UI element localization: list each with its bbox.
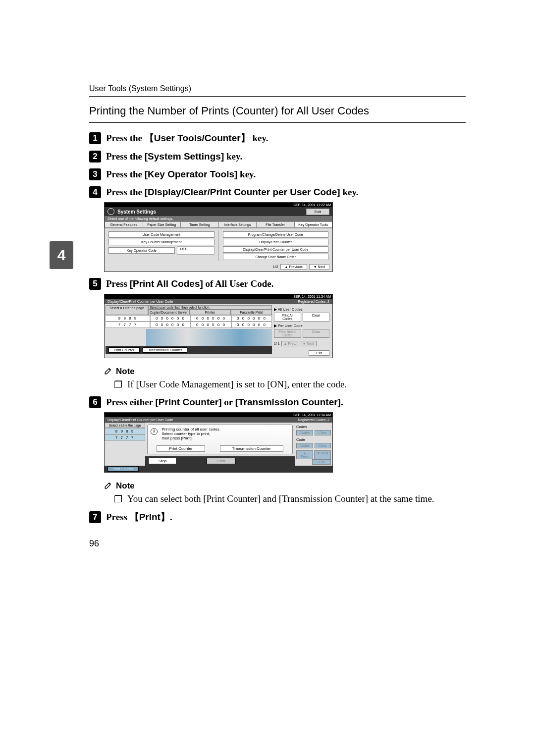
registered-codes-label: Registered Codes: bbox=[298, 300, 326, 303]
tab-key-operator-tools[interactable]: Key Operator Tools bbox=[294, 221, 333, 228]
transmission-counter-button[interactable]: Transmission Counter bbox=[220, 445, 283, 452]
page-indicator: 1/ 1 bbox=[274, 342, 280, 345]
key-label: [Transmission Counter] bbox=[235, 397, 341, 407]
key-label: [Print Counter] bbox=[203, 493, 261, 504]
divider bbox=[89, 122, 466, 123]
ss-title: System Settings bbox=[117, 209, 156, 215]
print-counter-button[interactable]: Print Counter bbox=[108, 347, 140, 353]
ss-title: Display/Clear/Print Counter per User Cod… bbox=[107, 418, 173, 422]
step-text: Press either bbox=[106, 397, 156, 407]
stop-button[interactable]: Stop bbox=[148, 458, 177, 464]
user-code-management-button[interactable]: User Code Management bbox=[108, 231, 214, 238]
note-text: , enter the code. bbox=[287, 379, 347, 389]
screenshot-print-dialog: SEP. 14, 2001 11:34 AM Display/Clear/Pri… bbox=[104, 412, 333, 473]
codes-button[interactable]: Codes bbox=[296, 430, 313, 435]
key-label: User Tools/Counter bbox=[154, 133, 241, 143]
note-body: ❐ If [User Code Management] is set to [O… bbox=[114, 379, 466, 390]
th-select-function: Select user code first, then select func… bbox=[148, 305, 272, 310]
counter-cell: 0 0 0 0 0 0 bbox=[191, 322, 231, 328]
counter-cell: 0 0 0 0 0 0 bbox=[150, 322, 191, 328]
table-row[interactable]: 8 9 8 9 0 0 0 0 0 0 0 0 0 0 0 0 0 0 0 0 … bbox=[106, 315, 272, 322]
print-all-codes-button[interactable]: Print All Codes bbox=[274, 313, 301, 322]
step-4: 4 Press the [Display/Clear/Print Counter… bbox=[89, 186, 466, 198]
display-print-counter-button[interactable]: Display/Print Counter bbox=[223, 239, 329, 245]
step-text-suffix: of All User Code. bbox=[203, 278, 274, 289]
code-label: Code bbox=[296, 437, 331, 442]
user-code-cell: 8 9 8 9 bbox=[106, 315, 150, 322]
key-label: [ON] bbox=[267, 379, 287, 389]
key-label: [Display/Clear/Print Counter per User Co… bbox=[145, 187, 340, 197]
key-label: Print bbox=[139, 512, 160, 522]
divider bbox=[89, 96, 466, 97]
table-row[interactable]: 7 7 7 7 0 0 0 0 0 0 0 0 0 0 0 0 0 0 0 0 … bbox=[106, 322, 272, 328]
change-user-name-order-button[interactable]: Change User Name Order bbox=[223, 254, 329, 260]
codes-label: Codes bbox=[296, 425, 331, 429]
print-select-codes-button[interactable]: Print Select Codes bbox=[274, 329, 301, 338]
step-number-icon: 5 bbox=[89, 278, 101, 290]
next-button[interactable]: ▼ Next bbox=[300, 341, 316, 346]
key-counter-management-button[interactable]: Key Counter Management bbox=[108, 239, 214, 245]
th-select-line: Select a Line the page bbox=[105, 423, 145, 428]
exit-button[interactable]: Exit bbox=[306, 209, 329, 215]
key-operator-code-button[interactable]: Key Operator Code bbox=[108, 247, 175, 254]
step-number-icon: 4 bbox=[89, 186, 101, 198]
tab-paper-size[interactable]: Paper Size Setting bbox=[143, 221, 181, 228]
key-label: [System Settings] bbox=[145, 151, 224, 162]
step-text-suffix: key. bbox=[237, 169, 256, 179]
print-counter-button[interactable]: Print Counter bbox=[157, 445, 205, 452]
print-button[interactable]: Print bbox=[207, 458, 235, 464]
ss-datetime: SEP. 14, 2001 11:34 AM bbox=[293, 295, 331, 298]
counter-per-user-code-button[interactable]: Display/Clear/Print Counter per User Cod… bbox=[223, 246, 329, 253]
user-code-cell: 7 7 7 7 bbox=[106, 322, 150, 328]
step-6: 6 Press either [Print Counter] or [Trans… bbox=[89, 396, 466, 408]
section-title: Printing the Number of Prints (Counter) … bbox=[89, 105, 466, 117]
tab-file-transfer[interactable]: File Transfer bbox=[256, 221, 294, 228]
next-button[interactable]: ▼ Next bbox=[314, 450, 331, 459]
codes-button[interactable]: Codes bbox=[296, 443, 313, 448]
th-printer: Printer bbox=[189, 310, 230, 315]
clear-button[interactable]: Clear bbox=[315, 430, 331, 435]
exit-button[interactable]: Exit bbox=[309, 350, 329, 356]
step-7: 7 Press 【Print】. bbox=[89, 511, 466, 524]
note-text: You can select both bbox=[127, 493, 203, 504]
transmission-counter-button[interactable]: Transmission Counter bbox=[143, 347, 187, 353]
print-counter-button[interactable]: Print Counter bbox=[107, 466, 139, 472]
screenshot-counter-per-user: SEP. 14, 2001 11:34 AM Display/Clear/Pri… bbox=[104, 294, 333, 358]
note-text: If bbox=[127, 379, 136, 389]
step-number-icon: 2 bbox=[89, 151, 101, 162]
key-label: [Print All Codes] bbox=[130, 278, 203, 289]
per-user-code-label: ▶ Per User Code bbox=[274, 324, 329, 328]
note-heading: Note bbox=[104, 481, 466, 491]
step-text-suffix: key. bbox=[250, 133, 268, 143]
previous-button[interactable]: ▲ Previous bbox=[280, 264, 307, 270]
tab-interface[interactable]: Interface Settings bbox=[218, 221, 257, 228]
tab-timer[interactable]: Timer Setting bbox=[180, 221, 218, 228]
prev-button[interactable]: ▲ Prev. bbox=[296, 450, 313, 459]
user-code-cell: 8 9 8 9 bbox=[105, 428, 145, 434]
key-label: [Key Operator Tools] bbox=[145, 169, 238, 179]
step-2: 2 Press the [System Settings] key. bbox=[89, 151, 466, 162]
exit-button[interactable]: Exit bbox=[312, 459, 331, 465]
clear-per-button[interactable]: Clear bbox=[303, 329, 330, 338]
note-label: Note bbox=[116, 481, 135, 491]
prev-button[interactable]: ▲ Prev. bbox=[281, 341, 299, 346]
step-text-suffix: key. bbox=[340, 187, 359, 197]
user-code-cell: 7 7 7 7 bbox=[105, 434, 145, 441]
clear-all-button[interactable]: Clear bbox=[303, 313, 330, 322]
tab-general-features[interactable]: General Features bbox=[105, 221, 143, 228]
ss-datetime: SEP. 14, 2001 11:22 AM bbox=[293, 203, 331, 207]
next-button[interactable]: ▼ Next bbox=[309, 264, 329, 270]
step-text: Press the bbox=[106, 169, 145, 179]
counter-cell: 0 0 0 0 0 0 bbox=[150, 315, 191, 322]
step-text: Press the bbox=[106, 187, 145, 197]
ss-subheading: Select one of the following default sett… bbox=[105, 216, 332, 221]
gear-icon bbox=[107, 208, 114, 215]
program-user-code-button[interactable]: Program/Change/Delete User Code bbox=[223, 231, 329, 238]
clear-button[interactable]: Clear bbox=[315, 443, 331, 448]
step-number-icon: 3 bbox=[89, 168, 101, 180]
step-text-suffix: . bbox=[341, 397, 343, 407]
th-fax: Facsimile Print bbox=[231, 310, 272, 315]
dialog-msg: Printing counter of all user codes. bbox=[161, 427, 220, 432]
note-body: ❐ You can select both [Print Counter] an… bbox=[114, 493, 466, 505]
step-number-icon: 7 bbox=[89, 511, 101, 523]
